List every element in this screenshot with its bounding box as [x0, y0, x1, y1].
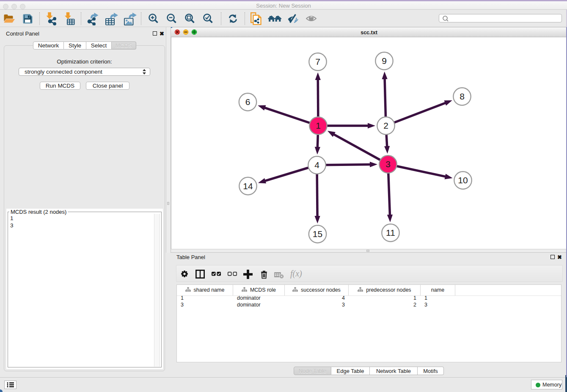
svg-text:3: 3 [385, 159, 391, 169]
svg-text:14: 14 [243, 181, 253, 191]
svg-text:4: 4 [314, 160, 319, 170]
svg-text:11: 11 [386, 228, 395, 237]
svg-text:7: 7 [315, 57, 320, 66]
svg-text:6: 6 [245, 97, 250, 107]
svg-text:9: 9 [382, 56, 387, 66]
svg-text:1: 1 [316, 121, 321, 130]
svg-text:15: 15 [313, 229, 322, 239]
svg-text:2: 2 [383, 121, 388, 130]
svg-text:10: 10 [458, 175, 468, 185]
svg-text:8: 8 [460, 91, 465, 101]
